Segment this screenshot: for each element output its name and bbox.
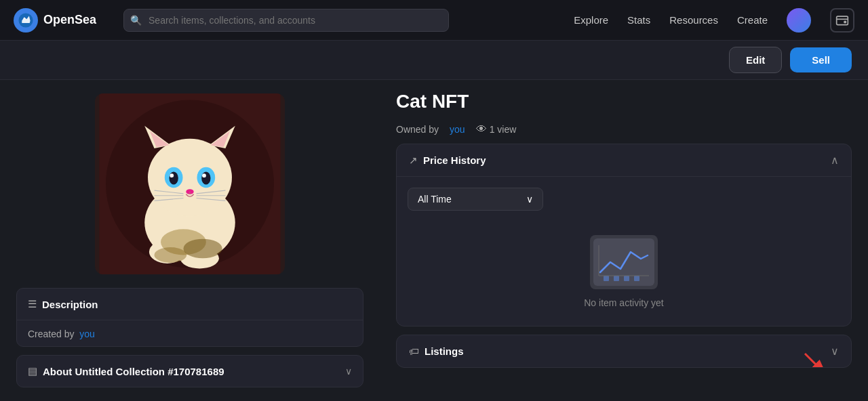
- header: OpenSea 🔍 Explore Stats Resources Create: [0, 0, 868, 41]
- about-header[interactable]: ▤ About Untitled Collection #170781689 ∨: [17, 356, 363, 387]
- price-history-card: ↗ Price History ∧ All Time ∨: [396, 144, 852, 326]
- left-panel: ☰ Description Created by you ▤ About Unt…: [0, 80, 380, 401]
- listings-card: 🏷 Listings ∨: [396, 335, 852, 368]
- no-activity-text: No item activity yet: [584, 297, 663, 308]
- listings-header[interactable]: 🏷 Listings ∨: [397, 335, 851, 367]
- svg-point-29: [183, 239, 222, 259]
- svg-rect-35: [634, 276, 639, 281]
- logo-text: OpenSea: [43, 13, 96, 27]
- svg-rect-34: [624, 276, 629, 281]
- edit-button[interactable]: Edit: [729, 47, 782, 73]
- search-icon: 🔍: [130, 15, 142, 26]
- price-history-title: Price History: [423, 154, 825, 166]
- nft-image: [95, 93, 285, 274]
- about-icon: ▤: [28, 365, 37, 377]
- svg-point-1: [24, 18, 25, 19]
- owned-by-link[interactable]: you: [450, 124, 465, 135]
- about-section: ▤ About Untitled Collection #170781689 ∨: [16, 355, 363, 387]
- empty-chart-area: No item activity yet: [408, 221, 840, 315]
- price-history-chevron-up-icon: ∧: [831, 154, 839, 167]
- toolbar: Edit Sell: [0, 41, 868, 80]
- svg-point-3: [844, 21, 846, 23]
- red-arrow-indicator: [798, 347, 832, 368]
- about-title: About Untitled Collection #170781689: [43, 366, 340, 377]
- description-icon: ☰: [28, 298, 37, 310]
- created-by-link[interactable]: you: [79, 329, 95, 339]
- opensea-logo-icon: [14, 8, 38, 33]
- main-content: ☰ Description Created by you ▤ About Unt…: [0, 80, 868, 401]
- logo[interactable]: OpenSea: [14, 8, 96, 33]
- nav-resources[interactable]: Resources: [669, 14, 718, 26]
- description-content: Created by you: [17, 320, 363, 347]
- listings-tag-icon: 🏷: [409, 345, 419, 357]
- price-history-header[interactable]: ↗ Price History ∧: [397, 144, 851, 176]
- nav-stats[interactable]: Stats: [627, 14, 650, 26]
- nft-meta: Owned by you 👁 1 view: [396, 123, 852, 135]
- svg-rect-2: [837, 16, 848, 24]
- svg-point-15: [201, 171, 210, 184]
- svg-point-16: [170, 173, 174, 177]
- chart-placeholder: [590, 235, 658, 289]
- search-input[interactable]: [123, 9, 449, 32]
- description-section: ☰ Description Created by you: [16, 288, 363, 347]
- dropdown-chevron-icon: ∨: [526, 194, 533, 205]
- right-panel: Cat NFT Owned by you 👁 1 view ↗ Price Hi…: [380, 80, 868, 401]
- avatar[interactable]: [787, 8, 811, 33]
- price-history-body: All Time ∨: [397, 176, 851, 326]
- nft-title: Cat NFT: [396, 91, 852, 112]
- svg-rect-32: [604, 276, 609, 281]
- nft-image-container: [95, 93, 285, 274]
- sell-button[interactable]: Sell: [790, 47, 852, 72]
- view-count: 1 view: [490, 124, 517, 135]
- dropdown-label: All Time: [418, 194, 452, 205]
- svg-point-14: [169, 171, 178, 184]
- description-header[interactable]: ☰ Description: [17, 289, 363, 320]
- nav-explore[interactable]: Explore: [574, 14, 608, 26]
- nav-create[interactable]: Create: [737, 14, 768, 26]
- wallet-icon[interactable]: [830, 8, 854, 33]
- created-by-label: Created by: [28, 329, 74, 339]
- svg-point-30: [155, 247, 187, 263]
- svg-line-39: [805, 354, 824, 368]
- svg-rect-33: [614, 276, 619, 281]
- owned-by-label: Owned by: [396, 124, 439, 135]
- description-title: Description: [42, 299, 352, 310]
- nav-links: Explore Stats Resources Create: [574, 8, 854, 33]
- price-history-icon: ↗: [409, 154, 418, 167]
- listings-title: Listings: [425, 345, 825, 357]
- time-range-dropdown[interactable]: All Time ∨: [408, 188, 543, 211]
- svg-point-17: [202, 173, 206, 177]
- about-chevron-icon: ∨: [345, 366, 352, 377]
- search-bar: 🔍: [123, 9, 449, 32]
- svg-point-7: [148, 139, 232, 216]
- eye-icon: 👁: [476, 123, 487, 135]
- view-info: 👁 1 view: [476, 123, 517, 135]
